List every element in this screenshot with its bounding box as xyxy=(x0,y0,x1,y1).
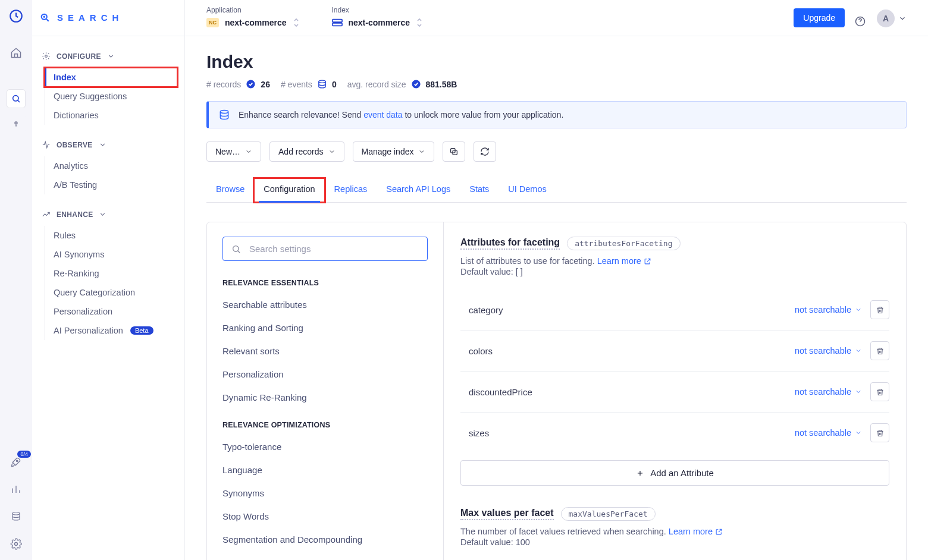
trash-icon xyxy=(876,347,885,355)
check-circle-icon xyxy=(411,79,421,89)
help-icon[interactable] xyxy=(854,15,866,27)
sidebar-item[interactable]: Query Categorization xyxy=(45,283,177,302)
chevron-updown-icon xyxy=(416,18,423,27)
analytics-rail-icon[interactable] xyxy=(10,483,23,496)
faceting-default-label: Default value: xyxy=(460,267,513,276)
learn-more-label: Learn more xyxy=(669,527,713,536)
svg-point-7 xyxy=(43,16,45,18)
main-area: Application NC next-commerce Index next-… xyxy=(185,0,928,560)
application-selector[interactable]: Application NC next-commerce xyxy=(206,6,300,27)
svg-rect-9 xyxy=(332,20,341,23)
new-button[interactable]: New… xyxy=(206,141,261,162)
chevron-down-icon xyxy=(99,210,106,218)
sidebar-item[interactable]: Query Suggestions xyxy=(45,87,177,106)
chevron-down-icon xyxy=(107,52,115,60)
add-records-button[interactable]: Add records xyxy=(269,141,344,162)
setting-item[interactable]: Relevant sorts xyxy=(222,339,428,363)
topbar: Application NC next-commerce Index next-… xyxy=(185,0,928,36)
add-attribute-button[interactable]: Add an Attribute xyxy=(460,460,889,486)
sidebar: SEARCH CONFIGUREIndexQuery SuggestionsDi… xyxy=(32,0,185,560)
rocket-icon[interactable]: 0/4 xyxy=(10,455,23,468)
manage-index-button[interactable]: Manage index xyxy=(353,141,435,162)
page-title: Index xyxy=(206,52,907,72)
recommend-product-icon[interactable] xyxy=(7,114,26,133)
nav-section-head[interactable]: CONFIGURE xyxy=(39,48,177,64)
nav-section-head[interactable]: OBSERVE xyxy=(39,137,177,153)
setting-item[interactable]: Synonyms xyxy=(222,482,428,505)
setting-item[interactable]: Dynamic Re-Ranking xyxy=(222,386,428,409)
svg-point-1 xyxy=(13,96,18,101)
sidebar-item[interactable]: Re-Ranking xyxy=(45,264,177,283)
events-label: # events xyxy=(281,80,312,89)
facet-mode-select[interactable]: not searchable xyxy=(795,305,862,314)
config-settings-list: RELEVANCE ESSENTIALSSearchable attribute… xyxy=(207,222,444,560)
maxvalues-learn-link[interactable]: Learn more xyxy=(669,527,723,536)
facet-mode-select[interactable]: not searchable xyxy=(795,387,862,397)
facet-name: sizes xyxy=(460,428,489,438)
chevron-down-icon xyxy=(855,347,862,354)
application-label: Application xyxy=(206,6,300,14)
faceting-title: Attributes for faceting xyxy=(460,237,560,250)
delete-facet-button[interactable] xyxy=(870,300,889,319)
index-value: next-commerce xyxy=(349,18,410,27)
faceting-learn-link[interactable]: Learn more xyxy=(597,256,651,266)
database-rail-icon[interactable] xyxy=(10,510,23,523)
setting-item[interactable]: Stop Words xyxy=(222,505,428,528)
algolia-logo-icon[interactable] xyxy=(8,8,24,24)
account-menu[interactable]: A xyxy=(877,10,907,27)
chevron-down-icon xyxy=(855,306,862,313)
sidebar-item[interactable]: AI Synonyms xyxy=(45,245,177,264)
delete-facet-button[interactable] xyxy=(870,341,889,360)
tab[interactable]: Stats xyxy=(460,178,499,202)
upgrade-button[interactable]: Upgrade xyxy=(794,8,845,27)
setting-item[interactable]: Personalization xyxy=(222,363,428,386)
sidebar-item[interactable]: Dictionaries xyxy=(45,106,177,125)
setting-item[interactable]: Searchable attributes xyxy=(222,293,428,316)
search-product-icon[interactable] xyxy=(7,89,26,108)
settings-search-input[interactable] xyxy=(249,244,419,254)
setting-item[interactable]: Segmentation and Decompounding xyxy=(222,528,428,551)
add-attribute-label: Add an Attribute xyxy=(650,468,714,478)
home-icon[interactable] xyxy=(10,46,23,59)
info-banner: Enhance search relevance! Send event dat… xyxy=(206,101,907,128)
beta-badge: Beta xyxy=(130,326,153,335)
setting-item[interactable]: Ranking and Sorting xyxy=(222,316,428,339)
settings-search[interactable] xyxy=(222,237,428,261)
sidebar-item[interactable]: Index xyxy=(45,68,177,87)
delete-facet-button[interactable] xyxy=(870,423,889,442)
search-icon xyxy=(231,244,241,254)
sidebar-item[interactable]: Personalization xyxy=(45,302,177,321)
sidebar-item[interactable]: A/B Testing xyxy=(45,175,177,194)
tab[interactable]: Browse xyxy=(206,178,254,202)
icon-rail: 0/4 xyxy=(0,0,32,560)
index-icon xyxy=(332,18,343,27)
facet-row: colorsnot searchable xyxy=(460,331,889,372)
maxvalues-default-label: Default value: xyxy=(460,537,513,547)
facet-name: category xyxy=(460,305,503,315)
setting-item[interactable]: Typo-tolerance xyxy=(222,435,428,458)
banner-link[interactable]: event data xyxy=(363,110,402,119)
check-circle-icon xyxy=(246,79,256,89)
settings-rail-icon[interactable] xyxy=(10,537,23,550)
tab[interactable]: UI Demos xyxy=(499,178,556,202)
sidebar-item[interactable]: Rules xyxy=(45,226,177,245)
trash-icon xyxy=(876,388,885,397)
index-selector[interactable]: Index next-commerce xyxy=(332,6,424,27)
facet-mode-select[interactable]: not searchable xyxy=(795,346,862,355)
delete-facet-button[interactable] xyxy=(870,382,889,401)
new-button-label: New… xyxy=(215,147,240,156)
tab[interactable]: Search API Logs xyxy=(377,178,460,202)
sidebar-item[interactable]: Analytics xyxy=(45,156,177,175)
setting-item[interactable]: Language xyxy=(222,458,428,482)
app-chip: NC xyxy=(206,18,219,27)
facet-mode-select[interactable]: not searchable xyxy=(795,428,862,438)
copy-button[interactable] xyxy=(443,141,465,162)
settings-group-head: RELEVANCE ESSENTIALS xyxy=(222,279,428,287)
faceting-default-value: [ ] xyxy=(516,267,523,276)
tab[interactable]: Configuration xyxy=(254,178,324,202)
refresh-button[interactable] xyxy=(474,141,496,162)
nav-section-head[interactable]: ENHANCE xyxy=(39,206,177,222)
chevron-updown-icon xyxy=(293,18,300,27)
tab[interactable]: Replicas xyxy=(325,178,377,202)
sidebar-item[interactable]: AI PersonalizationBeta xyxy=(45,321,177,340)
